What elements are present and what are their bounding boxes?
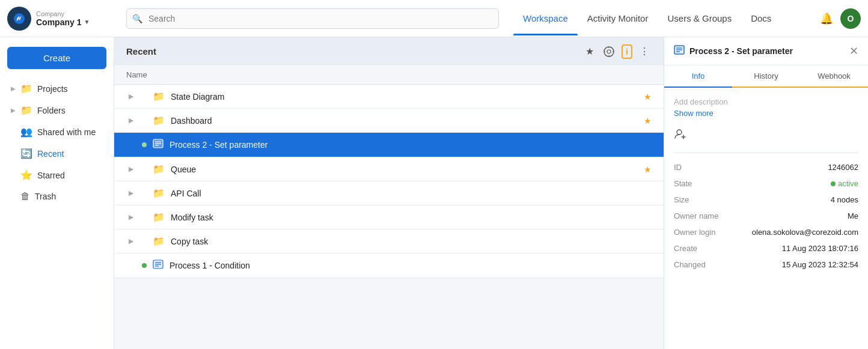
detail-value-id: 1246062 (828, 163, 858, 172)
expand-icon: ▶ (11, 107, 16, 114)
process-icon (153, 139, 164, 151)
search-input[interactable] (126, 8, 499, 29)
folder-icon: 📁 (153, 187, 165, 199)
table-row[interactable]: ▶ 📁 State Diagram ★ (114, 85, 664, 109)
detail-row-owner-name: Owner name Me (674, 211, 858, 220)
file-name: Modify task (171, 213, 652, 222)
table-row[interactable]: ▶ 📁 Queue ★ (114, 157, 664, 181)
detail-row-owner-login: Owner login olena.sokolova@corezoid.com (674, 228, 858, 237)
search-box: 🔍 (126, 8, 499, 29)
content-area: Recent ★ i ⋮ Name ▶ 📁 State Diagram (114, 37, 868, 349)
svg-point-1 (604, 47, 614, 56)
star-icon: ★ (644, 116, 652, 126)
detail-label-create: Create (674, 244, 697, 253)
detail-label-id: ID (674, 163, 682, 172)
table-row[interactable]: ▶ 📁 Dashboard ★ (114, 109, 664, 133)
avatar[interactable]: O (840, 8, 861, 29)
tab-info[interactable]: Info (664, 65, 732, 88)
detail-row-id: ID 1246062 (674, 163, 858, 172)
detail-value-owner-name: Me (848, 211, 858, 220)
folder-icon: 📁 (153, 91, 165, 102)
expand-icon: ▶ (126, 165, 136, 173)
detail-row-size: Size 4 nodes (674, 195, 858, 204)
shared-icon: 👥 (20, 126, 32, 138)
nav-link-workspace[interactable]: Workspace (513, 1, 578, 35)
add-member-button[interactable] (674, 127, 858, 141)
file-list: Recent ★ i ⋮ Name ▶ 📁 State Diagram (114, 37, 664, 349)
expand-icon: ▶ (126, 213, 136, 221)
state-dot (831, 181, 836, 186)
nav-link-users-groups[interactable]: Users & Groups (658, 1, 741, 35)
more-header-button[interactable]: ⋮ (637, 43, 652, 59)
folder-icon: 📁 (20, 105, 32, 116)
bell-icon[interactable]: 🔔 (820, 12, 833, 25)
expand-icon: ▶ (126, 237, 136, 245)
chevron-down-icon: ▼ (84, 19, 90, 25)
sidebar: Create ▶ 📁 Projects ▶ 📁 Folders ▶ 👥 Shar… (0, 37, 114, 349)
sidebar-section: ▶ 📁 Projects ▶ 📁 Folders ▶ 👥 Shared with… (0, 76, 114, 208)
file-name: State Diagram (171, 92, 638, 102)
header-actions: ★ i ⋮ (583, 43, 652, 59)
detail-label-changed: Changed (674, 260, 706, 269)
topnav: Company Company 1 ▼ 🔍 Workspace Activity… (0, 0, 868, 37)
tab-webhook[interactable]: Webhook (800, 65, 868, 86)
table-row[interactable]: ▶ 📁 Copy task (114, 229, 664, 253)
status-dot (142, 94, 147, 99)
search-icon: 🔍 (132, 14, 142, 23)
table-row[interactable]: Process 1 - Condition (114, 253, 664, 278)
folder-icon: 📁 (153, 211, 165, 223)
star-icon: ★ (644, 92, 652, 102)
sidebar-item-starred[interactable]: ▶ ⭐ Starred (2, 165, 111, 186)
show-more-link[interactable]: Show more (674, 109, 858, 118)
detail-value-owner-login: olena.sokolova@corezoid.com (752, 228, 858, 237)
tab-history[interactable]: History (732, 65, 800, 86)
table-row[interactable]: ▶ 📁 API Call (114, 181, 664, 205)
detail-header: Process 2 - Set parameter ✕ (664, 37, 868, 65)
file-name: Process 1 - Condition (170, 261, 652, 270)
close-detail-button[interactable]: ✕ (849, 44, 858, 58)
folder-icon: 📁 (153, 115, 165, 126)
sidebar-item-shared[interactable]: ▶ 👥 Shared with me (2, 121, 111, 142)
status-dot (142, 239, 147, 244)
detail-body: Add description Show more ID 1246062 (664, 88, 868, 349)
main-area: Create ▶ 📁 Projects ▶ 📁 Folders ▶ 👥 Shar… (0, 37, 868, 349)
star-icon: ⭐ (20, 169, 32, 181)
table-row[interactable]: Process 2 - Set parameter (114, 133, 664, 157)
detail-title-area: Process 2 - Set parameter (674, 45, 793, 57)
star-icon: ★ (644, 165, 652, 174)
folder-icon: 📁 (20, 83, 32, 94)
company-name[interactable]: Company 1 ▼ (36, 17, 90, 27)
expand-icon: ▶ (126, 117, 136, 124)
file-name: Dashboard (171, 116, 638, 126)
sidebar-item-trash[interactable]: ▶ 🗑 Trash (2, 186, 111, 207)
create-button[interactable]: Create (7, 47, 106, 69)
table-row[interactable]: ▶ 📁 Modify task (114, 205, 664, 229)
detail-value-state: active (831, 179, 858, 188)
detail-label-state: State (674, 179, 692, 188)
info-header-button[interactable]: i (622, 44, 632, 59)
logo-area: Company Company 1 ▼ (7, 7, 121, 31)
logo-icon[interactable] (7, 7, 31, 31)
nav-right: 🔔 O (820, 8, 861, 29)
status-dot (142, 215, 147, 220)
process-icon (153, 259, 164, 272)
status-dot (142, 167, 147, 172)
status-dot (142, 263, 147, 268)
nav-link-activity-monitor[interactable]: Activity Monitor (578, 1, 658, 35)
sidebar-item-folders[interactable]: ▶ 📁 Folders (2, 100, 111, 121)
add-description: Add description (674, 97, 858, 106)
trash-icon: 🗑 (20, 191, 30, 202)
expand-icon: ▶ (11, 85, 16, 92)
file-name: Copy task (171, 237, 652, 246)
nav-link-docs[interactable]: Docs (741, 1, 781, 35)
share-header-button[interactable] (601, 44, 617, 59)
sidebar-item-projects[interactable]: ▶ 📁 Projects (2, 78, 111, 99)
sidebar-item-recent[interactable]: ▶ 🔄 Recent (2, 143, 111, 164)
star-header-button[interactable]: ★ (583, 43, 596, 59)
detail-value-changed: 15 Aug 2023 12:32:54 (782, 260, 858, 269)
nav-links: Workspace Activity Monitor Users & Group… (513, 1, 781, 35)
company-info: Company Company 1 ▼ (36, 10, 90, 27)
recent-icon: 🔄 (20, 148, 32, 159)
svg-point-14 (677, 130, 682, 135)
detail-value-size: 4 nodes (831, 195, 858, 204)
